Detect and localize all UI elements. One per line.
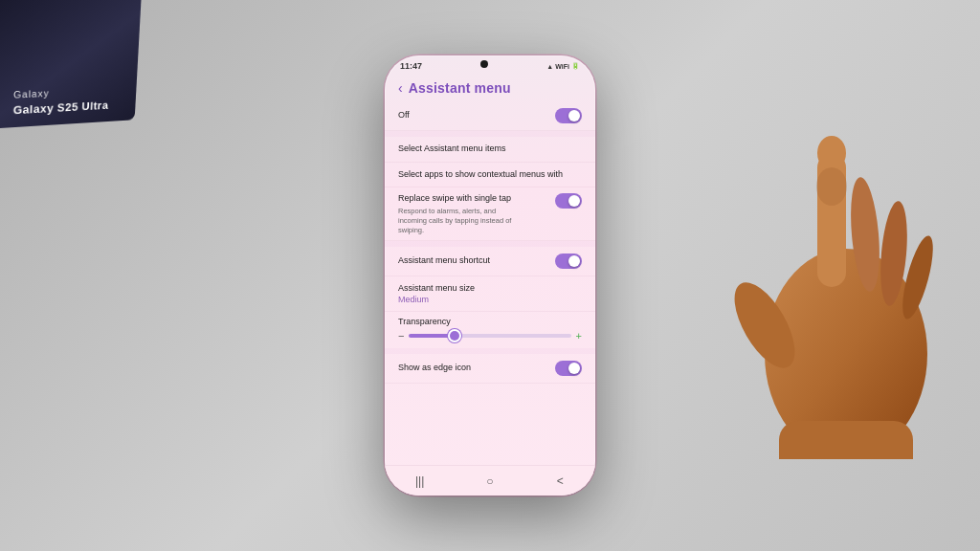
setting-row-edge-icon[interactable]: Show as edge icon: [385, 354, 595, 384]
setting-label-off: Off: [398, 110, 555, 121]
toggle-knob-shortcut: [568, 255, 580, 267]
toggle-off[interactable]: [555, 108, 582, 123]
status-bar: 11:47 ▲ WiFi 🔋: [385, 55, 595, 73]
setting-row-select-apps[interactable]: Select apps to show contextual menus wit…: [385, 163, 595, 188]
settings-list: Off Select Assistant menu items Select a…: [385, 101, 595, 384]
toggle-shortcut[interactable]: [555, 253, 582, 269]
status-time: 11:47: [400, 61, 422, 71]
setting-label-replace-swipe: Replace swipe with single tap: [398, 193, 555, 205]
samsung-brand-text: Galaxy: [13, 86, 50, 103]
nav-home-icon[interactable]: ○: [476, 472, 504, 491]
screen-content: ‹ Assistant menu Off Select Assistant me…: [385, 73, 595, 455]
camera-notch: [480, 60, 488, 68]
status-icons: ▲ WiFi 🔋: [546, 62, 580, 70]
samsung-box: Galaxy Galaxy S25 Ultra: [0, 0, 141, 128]
phone-wrapper: 11:47 ▲ WiFi 🔋 ‹ Assistant menu Off: [385, 55, 595, 496]
setting-row-size[interactable]: Assistant menu size Medium: [385, 276, 595, 312]
setting-row-shortcut[interactable]: Assistant menu shortcut: [385, 247, 595, 276]
slider-track[interactable]: [409, 334, 570, 338]
page-header: ‹ Assistant menu: [385, 73, 595, 101]
slider-plus-icon[interactable]: +: [576, 330, 582, 342]
back-arrow-icon[interactable]: ‹: [398, 81, 403, 95]
toggle-edge-icon[interactable]: [555, 361, 582, 376]
slider-container[interactable]: − +: [398, 330, 582, 342]
transparency-row: Transparency − +: [385, 312, 595, 348]
toggle-replace-swipe[interactable]: [555, 193, 582, 209]
transparency-label: Transparency: [398, 317, 582, 326]
setting-row-select-items[interactable]: Select Assistant menu items: [385, 137, 595, 163]
battery-icon: 🔋: [571, 62, 580, 70]
nav-back-icon[interactable]: <: [546, 472, 574, 491]
setting-label-size: Assistant menu size: [398, 283, 475, 295]
slider-thumb[interactable]: [450, 331, 459, 341]
setting-value-size: Medium: [398, 295, 475, 304]
setting-sublabel-replace-swipe: Respond to alarms, alerts, and incoming …: [398, 207, 523, 234]
nav-recent-icon[interactable]: |||: [406, 472, 434, 491]
bottom-nav: ||| ○ <: [385, 465, 595, 496]
phone-device: 11:47 ▲ WiFi 🔋 ‹ Assistant menu Off: [385, 55, 595, 496]
setting-label-select-apps: Select apps to show contextual menus wit…: [398, 169, 582, 181]
setting-row-replace-swipe[interactable]: Replace swipe with single tap Respond to…: [385, 187, 595, 241]
page-title: Assistant menu: [409, 80, 511, 96]
toggle-knob-replace-swipe: [568, 195, 580, 207]
signal-icon: ▲: [546, 63, 553, 70]
slider-minus-icon[interactable]: −: [398, 330, 404, 342]
setting-label-edge-icon: Show as edge icon: [398, 363, 555, 374]
setting-label-shortcut: Assistant menu shortcut: [398, 255, 555, 267]
setting-label-select-items: Select Assistant menu items: [398, 143, 582, 155]
toggle-knob-off: [568, 110, 580, 121]
setting-row-off[interactable]: Off: [385, 101, 595, 131]
wifi-icon: WiFi: [555, 63, 569, 70]
toggle-knob-edge-icon: [568, 363, 580, 374]
